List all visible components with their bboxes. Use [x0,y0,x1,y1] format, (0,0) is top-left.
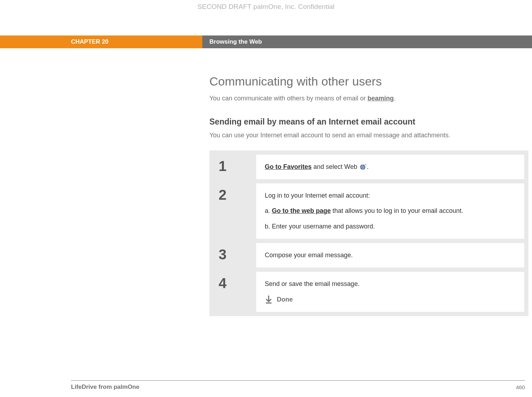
svg-point-0 [360,165,365,170]
substep-a-post: that allows you to log in to your email … [331,207,463,214]
substep-a-pre: a. [265,207,272,214]
intro-text-pre: You can communicate with others by means… [209,95,368,102]
subsection-desc: You can use your Internet email account … [209,132,528,139]
watermark-text: SECOND DRAFT palmOne, Inc. Confidential [0,3,532,11]
intro-paragraph: You can communicate with others by means… [209,95,528,102]
step-number: 1 [214,155,256,179]
subsection-heading: Sending email by means of an Internet em… [209,117,528,127]
step-row: 1 Go to Favorites and select Web . [214,155,524,179]
step-number: 2 [214,183,256,239]
step-text-end: . [367,163,369,170]
done-indicator: Done [265,295,516,304]
go-to-web-page-link[interactable]: Go to the web page [272,207,331,214]
intro-text-post: . [394,95,396,102]
steps-container: 1 Go to Favorites and select Web . 2 Log… [209,150,528,316]
down-arrow-icon [265,295,273,304]
step-row: 4 Send or save the email message. Done [214,272,524,312]
go-to-favorites-link[interactable]: Go to Favorites [265,163,312,170]
step-body: Go to Favorites and select Web . [256,155,524,179]
step-body: Send or save the email message. Done [256,272,524,312]
chapter-header-bar: CHAPTER 20 Browsing the Web [0,35,532,48]
beaming-link[interactable]: beaming [368,95,394,102]
substep-b: b. Enter your username and password. [265,222,516,231]
step-body: Compose your email message. [256,243,524,268]
section-heading: Communicating with other users [209,75,528,88]
step-number: 3 [214,243,256,268]
step-row: 3 Compose your email message. [214,243,524,268]
step-text: and select Web [312,163,359,170]
web-icon [360,164,366,170]
step-text: Send or save the email message. [265,280,516,288]
page-number: 460 [516,384,525,390]
step-text: Compose your email message. [265,251,516,260]
main-content: Communicating with other users You can c… [209,75,528,316]
step-number: 4 [214,272,256,312]
chapter-title: Browsing the Web [202,35,532,48]
step-row: 2 Log in to your Internet email account:… [214,183,524,239]
footer-product-name: LifeDrive from palmOne [71,384,139,391]
step-body: Log in to your Internet email account: a… [256,183,524,239]
done-label: Done [277,295,293,304]
chapter-label: CHAPTER 20 [0,35,202,48]
page-footer: LifeDrive from palmOne 460 [71,380,525,391]
step-lead: Log in to your Internet email account: [265,191,516,200]
